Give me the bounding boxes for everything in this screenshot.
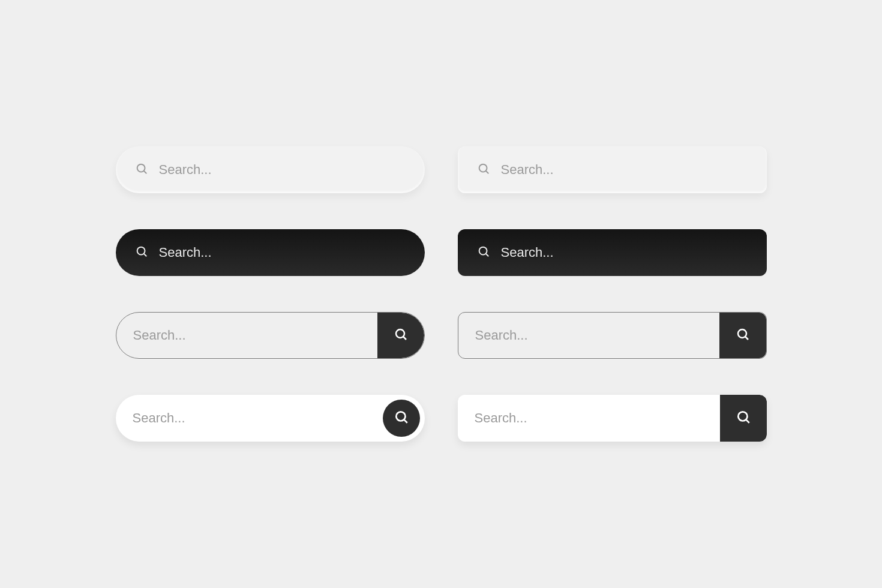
svg-point-14 [738, 412, 747, 421]
search-placeholder: Search... [159, 245, 212, 260]
svg-line-15 [746, 419, 749, 422]
search-icon [394, 409, 409, 427]
search-placeholder: Search... [501, 245, 554, 260]
svg-line-13 [404, 419, 407, 422]
svg-line-7 [485, 254, 488, 257]
search-icon [477, 162, 490, 178]
search-placeholder: Search... [475, 328, 528, 343]
search-icon [394, 327, 408, 344]
search-bar-variants-grid: Search... Search... Search... Search... … [116, 146, 767, 442]
search-icon [135, 162, 148, 178]
search-placeholder: Search... [133, 328, 186, 343]
search-bar-outlined-pill[interactable]: Search... [116, 312, 425, 359]
search-bar-white-pill[interactable]: Search... [116, 395, 425, 442]
search-icon [736, 327, 750, 344]
search-button[interactable] [377, 313, 424, 358]
svg-line-1 [143, 171, 146, 174]
svg-line-3 [485, 171, 488, 174]
svg-line-11 [745, 337, 748, 340]
svg-point-12 [396, 412, 405, 421]
search-placeholder: Search... [501, 162, 554, 178]
search-icon [736, 409, 751, 427]
search-bar-dark-rect[interactable]: Search... [458, 229, 767, 276]
svg-point-10 [738, 329, 746, 338]
search-icon [135, 245, 148, 260]
svg-point-0 [137, 164, 145, 172]
svg-point-4 [137, 247, 145, 255]
search-button[interactable] [719, 313, 766, 358]
search-placeholder: Search... [475, 410, 527, 426]
search-bar-white-rect[interactable]: Search... [458, 395, 767, 442]
search-bar-light-rect[interactable]: Search... [458, 146, 767, 193]
svg-point-6 [479, 247, 487, 255]
svg-point-8 [396, 329, 404, 338]
svg-line-9 [403, 337, 406, 340]
search-button[interactable] [383, 400, 420, 437]
search-bar-light-pill[interactable]: Search... [116, 146, 425, 193]
search-icon [477, 245, 490, 260]
search-button[interactable] [720, 395, 767, 442]
search-bar-dark-pill[interactable]: Search... [116, 229, 425, 276]
svg-line-5 [143, 254, 146, 257]
search-placeholder: Search... [133, 410, 185, 426]
search-bar-outlined-rect[interactable]: Search... [458, 312, 767, 359]
search-placeholder: Search... [159, 162, 212, 178]
svg-point-2 [479, 164, 487, 172]
